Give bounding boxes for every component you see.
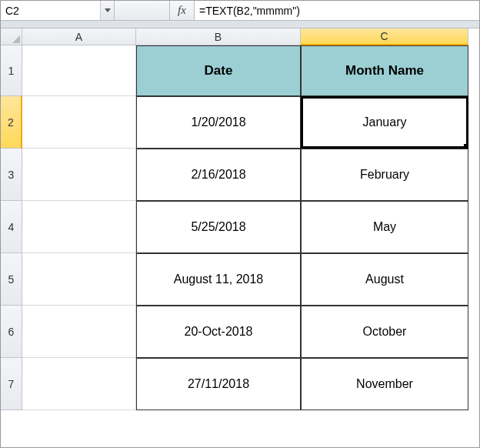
cells-area[interactable]: Date Month Name 1/20/2018 January 2/16/2… — [22, 45, 479, 447]
formula-bar-divider — [1, 21, 479, 28]
cell-a2[interactable] — [22, 96, 136, 149]
cell-a3[interactable] — [22, 149, 136, 201]
cell-b1[interactable]: Date — [136, 45, 301, 96]
formula-bar: C2 fx =TEXT(B2,"mmmm") — [1, 1, 479, 21]
name-box-wrap: C2 — [1, 1, 115, 20]
name-box[interactable]: C2 — [1, 1, 100, 20]
row-header-2[interactable]: 2 — [1, 96, 22, 149]
spreadsheet-grid: 1 2 3 4 5 6 7 A B C Date Month Name — [1, 28, 479, 447]
cell-c5[interactable]: August — [301, 253, 468, 306]
select-all-corner[interactable] — [1, 28, 22, 45]
row-header-1[interactable]: 1 — [1, 45, 22, 96]
row-header-4[interactable]: 4 — [1, 201, 22, 253]
cell-b5[interactable]: August 11, 2018 — [136, 253, 301, 306]
cell-c4[interactable]: May — [301, 201, 468, 253]
cell-a5[interactable] — [22, 253, 136, 306]
cell-c2[interactable]: January — [301, 96, 468, 149]
formula-bar-spacer — [115, 1, 170, 20]
cell-c1[interactable]: Month Name — [301, 45, 468, 96]
row-header-6[interactable]: 6 — [1, 306, 22, 358]
col-header-c[interactable]: C — [301, 28, 468, 45]
cell-c3[interactable]: February — [301, 149, 468, 201]
cell-b6[interactable]: 20-Oct-2018 — [136, 306, 301, 358]
row-header-5[interactable]: 5 — [1, 253, 22, 306]
col-header-a[interactable]: A — [22, 28, 136, 45]
cell-b2[interactable]: 1/20/2018 — [136, 96, 301, 149]
col-header-b[interactable]: B — [136, 28, 301, 45]
name-box-dropdown[interactable] — [100, 1, 114, 20]
cell-c6[interactable]: October — [301, 306, 468, 358]
cell-b4[interactable]: 5/25/2018 — [136, 201, 301, 253]
row-headers: 1 2 3 4 5 6 7 — [1, 45, 22, 410]
row-header-3[interactable]: 3 — [1, 149, 22, 201]
cell-b3[interactable]: 2/16/2018 — [136, 149, 301, 201]
cell-a6[interactable] — [22, 306, 136, 358]
chevron-down-icon — [105, 8, 111, 12]
cell-c7[interactable]: November — [301, 358, 468, 410]
cell-a4[interactable] — [22, 201, 136, 253]
column-headers: A B C — [22, 28, 479, 45]
cell-a1[interactable] — [22, 45, 136, 96]
row-header-7[interactable]: 7 — [1, 358, 22, 410]
formula-input[interactable]: =TEXT(B2,"mmmm") — [195, 1, 479, 20]
insert-function-button[interactable]: fx — [170, 1, 195, 20]
cell-b7[interactable]: 27/11/2018 — [136, 358, 301, 410]
cell-a7[interactable] — [22, 358, 136, 410]
